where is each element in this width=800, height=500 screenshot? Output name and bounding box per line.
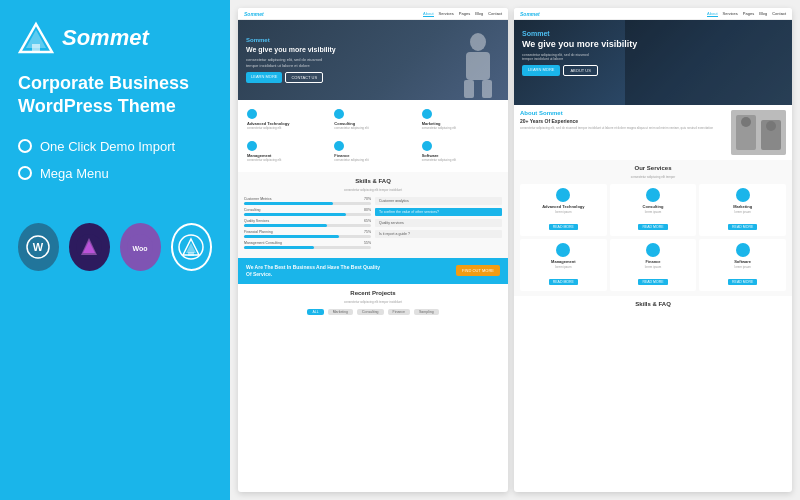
logo-text: Sommet [62,25,149,51]
right-nav-link-blog: Blog [759,11,767,17]
skills-section-title: Skills & FAQ [244,178,502,184]
service-item-5: Software consectetur adipiscing elit [419,138,502,166]
nav-link-blog: Blog [475,11,483,17]
right-services-title: Our Services [520,165,786,171]
services-grid-left: Advanced Technology consectetur adipisci… [244,106,502,166]
right-service-title-4: Finance [614,259,693,264]
nav-link-contact: Contact [488,11,502,17]
preview-card-right[interactable]: Sommet About Services Pages Blog Contact… [514,8,792,492]
skills-section-subtitle: consectetur adipiscing elit tempor incid… [244,188,502,192]
preview-card-left[interactable]: Sommet About Services Pages Blog Contact… [238,8,508,492]
right-service-4: Finance lorem ipsum READ MORE [610,239,697,291]
right-services-subtitle: consectetur adipiscing elit tempor [520,175,786,179]
faq-question-2: Quality services [375,219,502,227]
about-title: About Sommet [520,110,726,116]
right-service-0: Advanced Technology lorem ipsum READ MOR… [520,184,607,236]
cta-button[interactable]: FIND OUT MORE [456,265,500,276]
right-service-text-4: lorem ipsum [614,265,693,269]
faq-item-2: Quality services [375,219,502,227]
preview-about-right: About Sommet 20+ Years Of Experience con… [514,105,792,160]
hero-subtext-left: consectetur adipiscing elit, sed do eius… [246,57,336,67]
service-icon-management [247,141,257,151]
service-text-1: consectetur adipiscing elit [334,127,411,131]
svg-point-23 [766,121,776,131]
preview-nav-logo-left: Sommet [244,11,264,17]
faq-question-3: Is it report a guide ? [375,230,502,238]
feature-bullet-2 [18,166,32,180]
feature-item-2: Mega Menu [18,166,212,181]
filter-marketing[interactable]: Marketing [328,309,353,315]
read-more-4[interactable]: READ MORE [638,279,667,285]
preview-projects-left: Recent Projects consectetur adipiscing e… [238,284,508,326]
skill-bar-4: Management Consulting 55% [244,241,371,249]
read-more-5[interactable]: READ MORE [728,279,757,285]
hero-text-left: Sommet We give you more visibility conse… [246,37,336,82]
skill-bar-2: Quality Services 65% [244,219,371,227]
right-service-text-3: lorem ipsum [524,265,603,269]
svg-rect-16 [466,52,490,80]
filter-finance[interactable]: Finance [388,309,410,315]
filter-consulting[interactable]: Consulting [357,309,384,315]
nav-link-about: About [423,11,433,17]
faq-item-0: Customer analytics [375,197,502,205]
faq-item-1: To confirm the value of other services? [375,208,502,216]
features-list: One Click Demo Import Mega Menu [18,139,212,193]
sommet-mountain-icon [171,223,212,271]
right-nav-link-services: Services [723,11,738,17]
service-text-2: consectetur adipiscing elit [422,127,499,131]
about-image [731,110,786,155]
right-hero-btn-learn[interactable]: LEARN MORE [522,65,560,76]
read-more-1[interactable]: READ MORE [638,224,667,230]
right-service-title-0: Advanced Technology [524,204,603,209]
right-service-icon-3 [556,243,570,257]
service-icon-marketing [422,109,432,119]
service-item-2: Marketing consectetur adipiscing elit [419,106,502,134]
preview-hero-left: Sommet We give you more visibility conse… [238,20,508,100]
svg-rect-2 [32,44,40,52]
filter-all[interactable]: ALL [307,309,323,315]
right-hero-btn-about[interactable]: ABOUT US [563,65,597,76]
right-service-title-1: Consulting [614,204,693,209]
service-text-5: consectetur adipiscing elit [422,159,499,163]
right-nav-link-pages: Pages [743,11,754,17]
right-service-icon-4 [646,243,660,257]
projects-subtitle: consectetur adipiscing elit tempor incid… [244,300,502,304]
hero-btn-learn[interactable]: LEARN MORE [246,72,282,83]
preview-nav-right: Sommet About Services Pages Blog Contact [514,8,792,20]
hero-btn-contact[interactable]: CONTACT US [285,72,323,83]
service-icon-consulting [334,109,344,119]
right-hero-subtext: consectetur adipiscing elit, sed do eius… [522,53,784,61]
skill-bar-0: Customer Metrics 70% [244,197,371,205]
svg-rect-14 [188,252,194,256]
right-service-2: Marketing lorem ipsum READ MORE [699,184,786,236]
nav-link-pages: Pages [459,11,470,17]
svg-rect-18 [482,80,492,98]
tech-icons: W Woo [18,223,212,271]
skill-bar-3: Financial Planning 75% [244,230,371,238]
read-more-3[interactable]: READ MORE [549,279,578,285]
right-hero-headline: We give you more visibility [522,39,784,50]
svg-point-15 [470,33,486,51]
svg-point-22 [741,117,751,127]
faq-col: Customer analytics To confirm the value … [375,197,502,252]
faq-item-3: Is it report a guide ? [375,230,502,238]
skills-faq-grid: Customer Metrics 70% Consulting 80% [244,197,502,252]
right-service-1: Consulting lorem ipsum READ MORE [610,184,697,236]
feature-bullet-1 [18,139,32,153]
service-icon-finance [334,141,344,151]
right-service-5: Software lorem ipsum READ MORE [699,239,786,291]
read-more-0[interactable]: READ MORE [549,224,578,230]
nav-link-services: Services [439,11,454,17]
right-service-text-5: lorem ipsum [703,265,782,269]
filter-sampling[interactable]: Sampling [414,309,439,315]
preview-nav-logo-right: Sommet [520,11,540,17]
logo-area: Sommet [18,20,212,56]
read-more-2[interactable]: READ MORE [728,224,757,230]
svg-text:Woo: Woo [133,245,148,252]
service-text-3: consectetur adipiscing elit [247,159,324,163]
about-subtitle: 20+ Years Of Experience [520,118,726,124]
service-icon-software [422,141,432,151]
right-skills-title: Skills & FAQ [520,301,786,307]
service-item-4: Finance consectetur adipiscing elit [331,138,414,166]
cta-banner: We Are The Best In Business And Have The… [238,258,508,284]
